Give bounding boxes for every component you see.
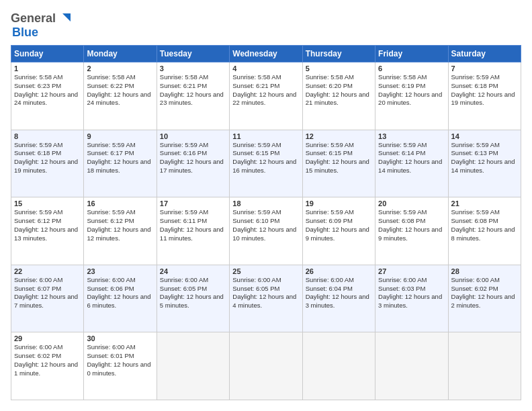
weekday-header-row: Sunday Monday Tuesday Wednesday Thursday… bbox=[11, 46, 521, 62]
day-number: 23 bbox=[87, 267, 153, 275]
day-number: 14 bbox=[451, 132, 518, 140]
sunrise-text: Sunrise: 6:00 AM bbox=[378, 276, 427, 283]
day-info: Sunrise: 5:59 AM Sunset: 6:15 PM Dayligh… bbox=[306, 141, 372, 175]
calendar-cell: 3 Sunrise: 5:58 AM Sunset: 6:21 PM Dayli… bbox=[157, 62, 229, 130]
sunset-text: Sunset: 6:07 PM bbox=[14, 285, 61, 292]
sunrise-text: Sunrise: 6:00 AM bbox=[306, 276, 354, 283]
day-info: Sunrise: 6:00 AM Sunset: 6:04 PM Dayligh… bbox=[306, 276, 372, 310]
sunrise-text: Sunrise: 5:59 AM bbox=[87, 141, 135, 148]
sunset-text: Sunset: 6:22 PM bbox=[87, 82, 134, 89]
sunset-text: Sunset: 6:19 PM bbox=[378, 82, 425, 89]
sunrise-text: Sunrise: 5:59 AM bbox=[306, 208, 354, 216]
daylight-text: Daylight: 12 hours and 19 minutes. bbox=[451, 91, 515, 107]
calendar-cell bbox=[302, 332, 375, 400]
day-number: 8 bbox=[14, 132, 81, 140]
day-number: 4 bbox=[232, 64, 299, 73]
daylight-text: Daylight: 12 hours and 10 minutes. bbox=[232, 226, 296, 242]
daylight-text: Daylight: 12 hours and 2 minutes. bbox=[451, 293, 515, 309]
day-number: 5 bbox=[306, 64, 372, 73]
calendar-cell: 10 Sunrise: 5:59 AM Sunset: 6:16 PM Dayl… bbox=[157, 130, 229, 197]
header: General Blue bbox=[11, 11, 521, 40]
sunset-text: Sunset: 6:09 PM bbox=[306, 217, 353, 224]
day-number: 22 bbox=[14, 267, 81, 275]
daylight-text: Daylight: 12 hours and 16 minutes. bbox=[232, 158, 296, 174]
daylight-text: Daylight: 12 hours and 9 minutes. bbox=[378, 226, 442, 242]
calendar-cell: 13 Sunrise: 5:59 AM Sunset: 6:14 PM Dayl… bbox=[375, 130, 448, 197]
daylight-text: Daylight: 12 hours and 5 minutes. bbox=[160, 293, 224, 309]
day-number: 13 bbox=[378, 132, 445, 140]
day-info: Sunrise: 5:59 AM Sunset: 6:17 PM Dayligh… bbox=[87, 141, 153, 175]
day-number: 3 bbox=[160, 64, 226, 73]
sunset-text: Sunset: 6:23 PM bbox=[14, 82, 61, 89]
calendar-cell: 19 Sunrise: 5:59 AM Sunset: 6:09 PM Dayl… bbox=[302, 197, 375, 265]
calendar-cell bbox=[448, 332, 521, 400]
calendar-cell: 7 Sunrise: 5:59 AM Sunset: 6:18 PM Dayli… bbox=[448, 62, 521, 130]
sunset-text: Sunset: 6:20 PM bbox=[306, 82, 353, 89]
calendar-cell: 14 Sunrise: 5:59 AM Sunset: 6:13 PM Dayl… bbox=[448, 130, 521, 197]
calendar-cell: 25 Sunrise: 6:00 AM Sunset: 6:05 PM Dayl… bbox=[230, 265, 302, 332]
sunset-text: Sunset: 6:08 PM bbox=[451, 217, 498, 224]
calendar-cell: 21 Sunrise: 5:59 AM Sunset: 6:08 PM Dayl… bbox=[448, 197, 521, 265]
sunset-text: Sunset: 6:17 PM bbox=[87, 149, 134, 156]
sunrise-text: Sunrise: 5:59 AM bbox=[160, 141, 208, 148]
day-info: Sunrise: 5:58 AM Sunset: 6:23 PM Dayligh… bbox=[14, 73, 81, 107]
calendar-cell: 9 Sunrise: 5:59 AM Sunset: 6:17 PM Dayli… bbox=[84, 130, 157, 197]
logo-icon bbox=[57, 11, 72, 26]
day-number: 20 bbox=[378, 199, 445, 208]
calendar-cell: 5 Sunrise: 5:58 AM Sunset: 6:20 PM Dayli… bbox=[302, 62, 375, 130]
sunrise-text: Sunrise: 5:58 AM bbox=[160, 73, 208, 81]
daylight-text: Daylight: 12 hours and 3 minutes. bbox=[378, 293, 442, 309]
header-wednesday: Wednesday bbox=[230, 46, 302, 62]
page: General Blue Sunday Monday Tuesday Wedne… bbox=[0, 0, 532, 411]
sunset-text: Sunset: 6:05 PM bbox=[160, 285, 207, 292]
calendar-cell: 24 Sunrise: 6:00 AM Sunset: 6:05 PM Dayl… bbox=[157, 265, 229, 332]
sunset-text: Sunset: 6:02 PM bbox=[451, 285, 498, 292]
calendar-cell: 28 Sunrise: 6:00 AM Sunset: 6:02 PM Dayl… bbox=[448, 265, 521, 332]
sunrise-text: Sunrise: 5:59 AM bbox=[378, 141, 427, 148]
sunset-text: Sunset: 6:18 PM bbox=[451, 82, 498, 89]
sunset-text: Sunset: 6:18 PM bbox=[14, 149, 61, 156]
week-row-3: 15 Sunrise: 5:59 AM Sunset: 6:12 PM Dayl… bbox=[11, 197, 521, 265]
daylight-text: Daylight: 12 hours and 24 minutes. bbox=[14, 91, 78, 107]
day-info: Sunrise: 5:59 AM Sunset: 6:18 PM Dayligh… bbox=[14, 141, 81, 175]
week-row-2: 8 Sunrise: 5:59 AM Sunset: 6:18 PM Dayli… bbox=[11, 130, 521, 197]
day-number: 27 bbox=[378, 267, 445, 275]
day-info: Sunrise: 5:58 AM Sunset: 6:21 PM Dayligh… bbox=[232, 73, 299, 107]
day-info: Sunrise: 6:00 AM Sunset: 6:01 PM Dayligh… bbox=[87, 343, 153, 377]
sunrise-text: Sunrise: 5:59 AM bbox=[232, 208, 281, 216]
logo-blue: Blue bbox=[12, 26, 38, 39]
sunset-text: Sunset: 6:15 PM bbox=[306, 149, 353, 156]
day-number: 6 bbox=[378, 64, 445, 73]
day-info: Sunrise: 5:59 AM Sunset: 6:15 PM Dayligh… bbox=[232, 141, 299, 175]
sunrise-text: Sunrise: 5:59 AM bbox=[232, 141, 281, 148]
day-info: Sunrise: 6:00 AM Sunset: 6:05 PM Dayligh… bbox=[160, 276, 226, 310]
daylight-text: Daylight: 12 hours and 24 minutes. bbox=[87, 91, 150, 107]
day-info: Sunrise: 6:00 AM Sunset: 6:03 PM Dayligh… bbox=[378, 276, 445, 310]
daylight-text: Daylight: 12 hours and 17 minutes. bbox=[160, 158, 224, 174]
day-number: 11 bbox=[232, 132, 299, 140]
day-number: 28 bbox=[451, 267, 518, 275]
day-number: 30 bbox=[87, 334, 153, 342]
sunset-text: Sunset: 6:01 PM bbox=[87, 352, 134, 359]
sunrise-text: Sunrise: 5:59 AM bbox=[14, 141, 62, 148]
day-number: 10 bbox=[160, 132, 226, 140]
calendar-cell: 12 Sunrise: 5:59 AM Sunset: 6:15 PM Dayl… bbox=[302, 130, 375, 197]
header-tuesday: Tuesday bbox=[157, 46, 229, 62]
calendar-cell: 1 Sunrise: 5:58 AM Sunset: 6:23 PM Dayli… bbox=[11, 62, 84, 130]
day-info: Sunrise: 5:59 AM Sunset: 6:08 PM Dayligh… bbox=[378, 208, 445, 242]
day-info: Sunrise: 5:59 AM Sunset: 6:14 PM Dayligh… bbox=[378, 141, 445, 175]
day-info: Sunrise: 5:58 AM Sunset: 6:21 PM Dayligh… bbox=[160, 73, 226, 107]
calendar-cell: 15 Sunrise: 5:59 AM Sunset: 6:12 PM Dayl… bbox=[11, 197, 84, 265]
daylight-text: Daylight: 12 hours and 6 minutes. bbox=[87, 293, 150, 309]
header-monday: Monday bbox=[84, 46, 157, 62]
day-number: 2 bbox=[87, 64, 153, 73]
week-row-5: 29 Sunrise: 6:00 AM Sunset: 6:02 PM Dayl… bbox=[11, 332, 521, 400]
sunrise-text: Sunrise: 5:59 AM bbox=[451, 141, 500, 148]
calendar-cell bbox=[230, 332, 302, 400]
day-info: Sunrise: 5:58 AM Sunset: 6:19 PM Dayligh… bbox=[378, 73, 445, 107]
sunrise-text: Sunrise: 6:00 AM bbox=[451, 276, 500, 283]
calendar-cell: 30 Sunrise: 6:00 AM Sunset: 6:01 PM Dayl… bbox=[84, 332, 157, 400]
logo: General Blue bbox=[11, 11, 72, 40]
day-number: 15 bbox=[14, 199, 81, 208]
sunrise-text: Sunrise: 5:58 AM bbox=[306, 73, 354, 81]
